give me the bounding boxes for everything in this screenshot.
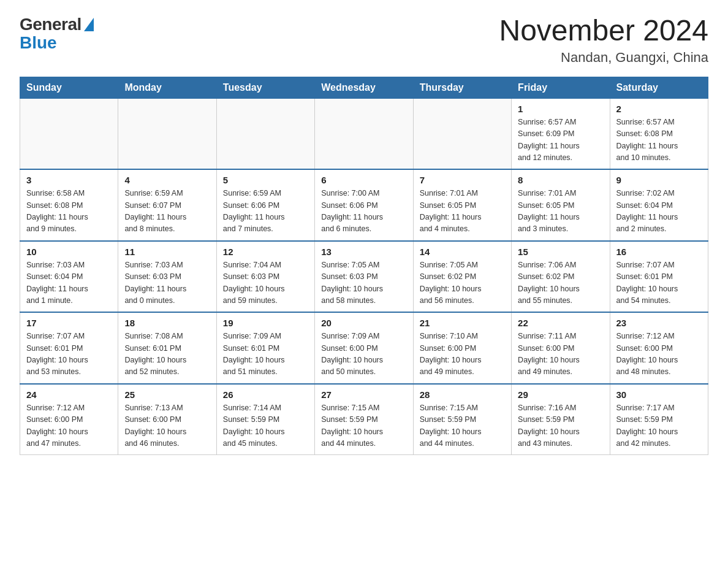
day-of-week-header: Saturday	[610, 77, 708, 98]
calendar-day-cell: 11Sunrise: 7:03 AM Sunset: 6:03 PM Dayli…	[118, 241, 216, 313]
calendar-day-cell	[216, 98, 314, 169]
day-number: 30	[616, 389, 702, 400]
calendar-day-cell: 9Sunrise: 7:02 AM Sunset: 6:04 PM Daylig…	[610, 169, 708, 241]
calendar-day-cell: 3Sunrise: 6:58 AM Sunset: 6:08 PM Daylig…	[20, 169, 118, 241]
month-title: November 2024	[499, 15, 708, 47]
day-of-week-header: Wednesday	[315, 77, 413, 98]
day-number: 23	[616, 318, 702, 328]
day-number: 9	[616, 175, 702, 185]
day-number: 6	[321, 175, 406, 185]
calendar-week-row: 3Sunrise: 6:58 AM Sunset: 6:08 PM Daylig…	[20, 169, 708, 241]
day-number: 16	[616, 247, 702, 257]
day-number: 29	[518, 389, 603, 400]
day-of-week-header: Monday	[118, 77, 216, 98]
day-number: 12	[223, 247, 308, 257]
day-of-week-header: Tuesday	[216, 77, 314, 98]
calendar-day-cell: 24Sunrise: 7:12 AM Sunset: 6:00 PM Dayli…	[20, 384, 118, 455]
calendar-day-cell: 20Sunrise: 7:09 AM Sunset: 6:00 PM Dayli…	[315, 312, 413, 384]
calendar-day-cell: 25Sunrise: 7:13 AM Sunset: 6:00 PM Dayli…	[118, 384, 216, 455]
day-sun-info: Sunrise: 6:59 AM Sunset: 6:06 PM Dayligh…	[223, 188, 308, 236]
day-sun-info: Sunrise: 7:08 AM Sunset: 6:01 PM Dayligh…	[124, 331, 210, 378]
calendar-day-cell: 5Sunrise: 6:59 AM Sunset: 6:06 PM Daylig…	[216, 169, 314, 241]
page-header: General Blue November 2024 Nandan, Guang…	[20, 15, 708, 66]
day-of-week-header: Friday	[512, 77, 610, 98]
calendar-day-cell: 22Sunrise: 7:11 AM Sunset: 6:00 PM Dayli…	[512, 312, 610, 384]
day-number: 19	[223, 318, 308, 328]
day-sun-info: Sunrise: 7:07 AM Sunset: 6:01 PM Dayligh…	[616, 259, 702, 307]
day-number: 13	[321, 247, 406, 257]
title-area: November 2024 Nandan, Guangxi, China	[499, 15, 708, 66]
day-sun-info: Sunrise: 7:10 AM Sunset: 6:00 PM Dayligh…	[420, 331, 505, 378]
day-number: 11	[124, 247, 210, 257]
day-sun-info: Sunrise: 7:07 AM Sunset: 6:01 PM Dayligh…	[26, 331, 112, 378]
day-sun-info: Sunrise: 7:12 AM Sunset: 6:00 PM Dayligh…	[26, 402, 112, 450]
day-sun-info: Sunrise: 7:02 AM Sunset: 6:04 PM Dayligh…	[616, 188, 702, 236]
day-number: 1	[518, 104, 603, 114]
day-number: 5	[223, 175, 308, 185]
day-number: 14	[420, 247, 505, 257]
day-sun-info: Sunrise: 6:58 AM Sunset: 6:08 PM Dayligh…	[26, 188, 112, 236]
calendar-day-cell: 8Sunrise: 7:01 AM Sunset: 6:05 PM Daylig…	[512, 169, 610, 241]
calendar-header-row: SundayMondayTuesdayWednesdayThursdayFrid…	[20, 77, 708, 98]
day-sun-info: Sunrise: 7:11 AM Sunset: 6:00 PM Dayligh…	[518, 331, 603, 378]
calendar-day-cell: 29Sunrise: 7:16 AM Sunset: 5:59 PM Dayli…	[512, 384, 610, 455]
day-number: 28	[420, 389, 505, 400]
day-sun-info: Sunrise: 7:03 AM Sunset: 6:04 PM Dayligh…	[26, 259, 112, 307]
calendar-day-cell: 1Sunrise: 6:57 AM Sunset: 6:09 PM Daylig…	[512, 98, 610, 169]
day-number: 25	[124, 389, 210, 400]
calendar-day-cell: 7Sunrise: 7:01 AM Sunset: 6:05 PM Daylig…	[413, 169, 511, 241]
calendar-day-cell: 10Sunrise: 7:03 AM Sunset: 6:04 PM Dayli…	[20, 241, 118, 313]
day-sun-info: Sunrise: 7:14 AM Sunset: 5:59 PM Dayligh…	[223, 402, 308, 450]
day-number: 18	[124, 318, 210, 328]
day-number: 22	[518, 318, 603, 328]
calendar-day-cell: 18Sunrise: 7:08 AM Sunset: 6:01 PM Dayli…	[118, 312, 216, 384]
calendar-day-cell: 13Sunrise: 7:05 AM Sunset: 6:03 PM Dayli…	[315, 241, 413, 313]
day-number: 15	[518, 247, 603, 257]
logo-triangle-icon	[84, 18, 94, 31]
day-of-week-header: Sunday	[20, 77, 118, 98]
day-sun-info: Sunrise: 6:57 AM Sunset: 6:09 PM Dayligh…	[518, 117, 603, 164]
day-sun-info: Sunrise: 7:16 AM Sunset: 5:59 PM Dayligh…	[518, 402, 603, 450]
day-sun-info: Sunrise: 7:15 AM Sunset: 5:59 PM Dayligh…	[321, 402, 406, 450]
calendar-day-cell	[118, 98, 216, 169]
calendar-day-cell: 30Sunrise: 7:17 AM Sunset: 5:59 PM Dayli…	[610, 384, 708, 455]
calendar-day-cell	[315, 98, 413, 169]
day-sun-info: Sunrise: 7:04 AM Sunset: 6:03 PM Dayligh…	[223, 259, 308, 307]
calendar-day-cell: 23Sunrise: 7:12 AM Sunset: 6:00 PM Dayli…	[610, 312, 708, 384]
day-number: 3	[26, 175, 112, 185]
calendar-week-row: 24Sunrise: 7:12 AM Sunset: 6:00 PM Dayli…	[20, 384, 708, 455]
day-number: 20	[321, 318, 406, 328]
day-sun-info: Sunrise: 7:06 AM Sunset: 6:02 PM Dayligh…	[518, 259, 603, 307]
day-sun-info: Sunrise: 6:57 AM Sunset: 6:08 PM Dayligh…	[616, 117, 702, 164]
day-number: 21	[420, 318, 505, 328]
day-sun-info: Sunrise: 7:05 AM Sunset: 6:02 PM Dayligh…	[420, 259, 505, 307]
calendar-table: SundayMondayTuesdayWednesdayThursdayFrid…	[20, 77, 708, 456]
logo-blue-text: Blue	[20, 33, 57, 52]
day-number: 26	[223, 389, 308, 400]
day-number: 27	[321, 389, 406, 400]
day-sun-info: Sunrise: 7:17 AM Sunset: 5:59 PM Dayligh…	[616, 402, 702, 450]
calendar-day-cell: 4Sunrise: 6:59 AM Sunset: 6:07 PM Daylig…	[118, 169, 216, 241]
calendar-day-cell: 21Sunrise: 7:10 AM Sunset: 6:00 PM Dayli…	[413, 312, 511, 384]
calendar-day-cell: 16Sunrise: 7:07 AM Sunset: 6:01 PM Dayli…	[610, 241, 708, 313]
calendar-day-cell: 6Sunrise: 7:00 AM Sunset: 6:06 PM Daylig…	[315, 169, 413, 241]
day-number: 17	[26, 318, 112, 328]
day-number: 2	[616, 104, 702, 114]
day-number: 10	[26, 247, 112, 257]
calendar-week-row: 1Sunrise: 6:57 AM Sunset: 6:09 PM Daylig…	[20, 98, 708, 169]
calendar-day-cell: 14Sunrise: 7:05 AM Sunset: 6:02 PM Dayli…	[413, 241, 511, 313]
day-sun-info: Sunrise: 7:13 AM Sunset: 6:00 PM Dayligh…	[124, 402, 210, 450]
calendar-day-cell: 17Sunrise: 7:07 AM Sunset: 6:01 PM Dayli…	[20, 312, 118, 384]
day-number: 4	[124, 175, 210, 185]
location-subtitle: Nandan, Guangxi, China	[499, 50, 708, 66]
day-sun-info: Sunrise: 7:00 AM Sunset: 6:06 PM Dayligh…	[321, 188, 406, 236]
day-sun-info: Sunrise: 7:09 AM Sunset: 6:01 PM Dayligh…	[223, 331, 308, 378]
logo-general-text: General	[20, 15, 82, 34]
day-of-week-header: Thursday	[413, 77, 511, 98]
calendar-day-cell: 27Sunrise: 7:15 AM Sunset: 5:59 PM Dayli…	[315, 384, 413, 455]
calendar-day-cell	[413, 98, 511, 169]
logo: General Blue	[20, 15, 94, 53]
day-sun-info: Sunrise: 7:01 AM Sunset: 6:05 PM Dayligh…	[420, 188, 505, 236]
day-sun-info: Sunrise: 7:12 AM Sunset: 6:00 PM Dayligh…	[616, 331, 702, 378]
calendar-day-cell: 15Sunrise: 7:06 AM Sunset: 6:02 PM Dayli…	[512, 241, 610, 313]
